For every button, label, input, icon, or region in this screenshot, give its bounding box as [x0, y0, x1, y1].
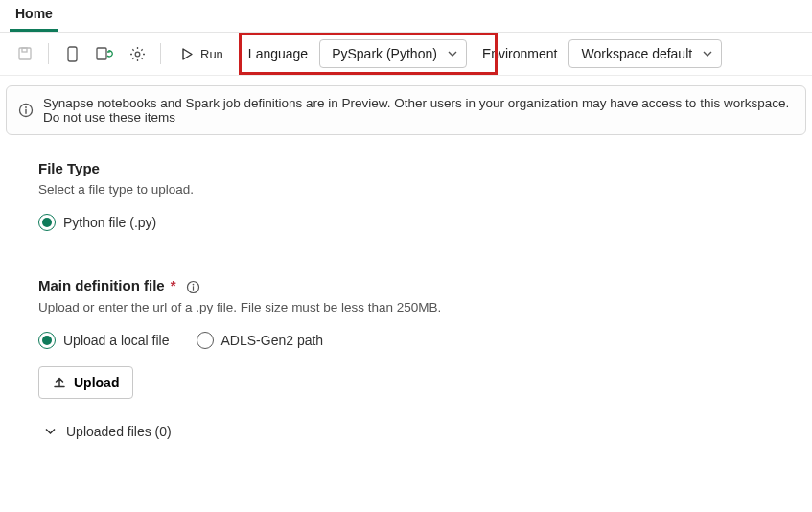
- disclosure-label: Uploaded files (0): [66, 424, 172, 439]
- run-label: Run: [200, 47, 223, 61]
- svg-rect-0: [19, 48, 31, 59]
- maindef-title-text: Main definition file: [38, 277, 165, 293]
- toolbar: Run Language PySpark (Python) Environmen…: [0, 33, 812, 76]
- filetype-desc: Select a file type to upload.: [38, 182, 774, 197]
- info-icon: [18, 103, 34, 118]
- play-icon: [180, 47, 195, 61]
- tab-home[interactable]: Home: [10, 2, 58, 32]
- filetype-option-python[interactable]: Python file (.py): [38, 214, 774, 231]
- svg-rect-10: [193, 286, 194, 290]
- radio-icon: [38, 332, 56, 349]
- settings-icon[interactable]: [124, 40, 151, 67]
- maindef-option-adls[interactable]: ADLS-Gen2 path: [197, 332, 324, 349]
- info-icon[interactable]: [186, 280, 200, 294]
- radio-label: Upload a local file: [63, 333, 170, 348]
- svg-point-9: [193, 283, 195, 285]
- banner-text: Synapse notebooks and Spark job definiti…: [43, 96, 794, 125]
- upload-label: Upload: [74, 375, 119, 390]
- svg-rect-7: [25, 109, 26, 114]
- maindef-title: Main definition file *: [38, 277, 774, 294]
- divider: [48, 43, 49, 64]
- notebook-icon[interactable]: [58, 40, 85, 67]
- svg-rect-2: [68, 47, 77, 61]
- radio-label: ADLS-Gen2 path: [221, 333, 324, 348]
- chevron-down-icon: [702, 48, 713, 59]
- required-mark: *: [167, 277, 176, 293]
- maindef-desc: Upload or enter the url of a .py file. F…: [38, 300, 774, 314]
- run-button[interactable]: Run: [171, 43, 233, 65]
- tab-bar: Home: [0, 0, 812, 33]
- svg-rect-3: [97, 48, 106, 59]
- form-content: File Type Select a file type to upload. …: [0, 135, 812, 464]
- upload-icon: [53, 376, 66, 389]
- uploaded-files-disclosure[interactable]: Uploaded files (0): [38, 424, 774, 439]
- radio-label: Python file (.py): [63, 215, 156, 230]
- svg-point-6: [25, 106, 27, 108]
- chevron-down-icon: [44, 425, 57, 437]
- filetype-title: File Type: [38, 160, 774, 176]
- save-icon: [12, 40, 38, 67]
- maindef-source-radios: Upload a local file ADLS-Gen2 path: [38, 332, 774, 349]
- maindef-option-upload[interactable]: Upload a local file: [38, 332, 170, 349]
- environment-value: Workspace default: [581, 46, 692, 61]
- svg-point-4: [135, 52, 140, 57]
- language-label: Language: [248, 46, 308, 61]
- divider: [160, 43, 161, 64]
- upload-button[interactable]: Upload: [38, 366, 133, 399]
- chevron-down-icon: [447, 48, 458, 59]
- radio-icon: [197, 332, 214, 349]
- radio-icon: [38, 214, 56, 231]
- language-dropdown[interactable]: PySpark (Python): [319, 39, 467, 68]
- environment-dropdown[interactable]: Workspace default: [568, 39, 722, 68]
- refresh-icon[interactable]: [91, 40, 118, 67]
- environment-label: Environment: [482, 46, 558, 61]
- language-value: PySpark (Python): [332, 46, 437, 61]
- svg-rect-1: [22, 48, 27, 52]
- preview-warning-banner: Synapse notebooks and Spark job definiti…: [6, 85, 806, 135]
